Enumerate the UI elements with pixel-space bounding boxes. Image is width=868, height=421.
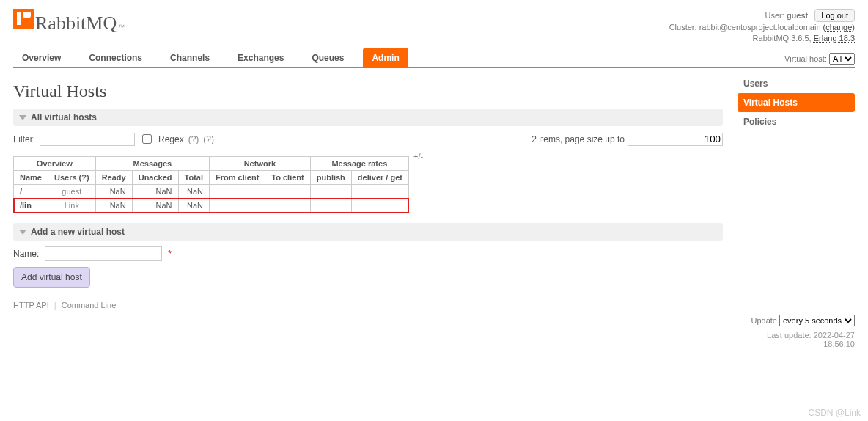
required-mark: * [168,249,172,259]
erlang-version-link[interactable]: Erlang 18.3 [814,34,855,43]
cell-deliverget [351,185,408,199]
cell-name[interactable]: /lin [14,199,48,213]
col-group-network: Network [210,157,311,171]
col-total[interactable]: Total [178,171,209,185]
items-count: 2 items, page size up to [532,134,625,144]
cell-users: Link [48,199,95,213]
regex-hint1[interactable]: (?) [188,134,199,144]
cell-users: guest [48,185,95,199]
cell-name[interactable]: / [14,185,48,199]
last-update-value: 2022-04-27 18:56:10 [814,331,855,348]
brand-text: RabbitMQ [35,12,117,34]
table-row[interactable]: /lin Link NaN NaN NaN [14,199,409,213]
col-publish[interactable]: publish [310,171,351,185]
chevron-down-icon [19,230,26,235]
col-ready[interactable]: Ready [95,171,132,185]
main-tabs: Overview Connections Channels Exchanges … [13,48,855,68]
columns-plus-minus[interactable]: +/- [409,152,423,161]
cluster-label: Cluster: [669,23,697,32]
tab-admin[interactable]: Admin [363,48,408,67]
section-add-vhost[interactable]: Add a new virtual host [13,223,723,241]
cell-fromclient [210,199,265,213]
cell-total: NaN [178,185,209,199]
vhost-selector: Virtual host: All [784,53,855,67]
sidebar-item-users[interactable]: Users [738,74,855,93]
sidebar-item-policies[interactable]: Policies [738,112,855,131]
regex-hint2[interactable]: (?) [203,134,214,144]
vhost-table: Overview Messages Network Message rates … [13,156,409,213]
cluster-name: rabbit@centosproject.localdomain [699,23,821,32]
cell-toclient [265,185,310,199]
filter-label: Filter: [13,134,35,144]
col-name[interactable]: Name [14,171,48,185]
update-label: Update [751,316,776,325]
section-add-vhost-label: Add a new virtual host [31,227,125,237]
cell-deliverget [351,199,408,213]
tab-channels[interactable]: Channels [161,48,218,67]
name-input[interactable] [45,246,162,261]
change-cluster-link[interactable]: (change) [823,23,855,32]
add-vhost-button[interactable]: Add virtual host [13,267,90,288]
cell-ready: NaN [95,199,132,213]
cell-fromclient [210,185,265,199]
regex-checkbox[interactable] [142,134,152,144]
tab-connections[interactable]: Connections [80,48,151,67]
cell-unacked: NaN [132,185,178,199]
col-deliverget[interactable]: deliver / get [351,171,408,185]
header-right: User: guest Log out Cluster: rabbit@cent… [669,9,855,45]
page-title: Virtual Hosts [13,81,723,101]
name-label: Name: [13,249,39,259]
version-text: RabbitMQ 3.6.5, [753,34,812,43]
page-size-input[interactable] [628,133,723,146]
command-line-link[interactable]: Command Line [62,301,117,310]
regex-label: Regex [158,134,184,144]
http-api-link[interactable]: HTTP API [13,301,49,310]
table-row[interactable]: / guest NaN NaN NaN [14,185,409,199]
user-label: User: [765,11,784,20]
col-fromclient[interactable]: From client [210,171,265,185]
col-group-rates: Message rates [310,157,408,171]
update-interval-select[interactable]: every 5 seconds [779,315,855,326]
vhost-label: Virtual host: [784,54,827,63]
cell-unacked: NaN [132,199,178,213]
tab-exchanges[interactable]: Exchanges [229,48,293,67]
logout-button[interactable]: Log out [814,9,855,22]
sidebar-item-vhosts[interactable]: Virtual Hosts [738,93,855,112]
cell-ready: NaN [95,185,132,199]
cell-publish [310,185,351,199]
filter-input[interactable] [40,133,135,146]
cell-toclient [265,199,310,213]
user-name: guest [787,11,808,20]
col-toclient[interactable]: To client [265,171,310,185]
tab-overview[interactable]: Overview [13,48,70,67]
chevron-down-icon [19,115,26,120]
section-all-vhosts-label: All virtual hosts [31,112,97,122]
col-group-overview: Overview [14,157,96,171]
trademark: ™ [118,23,125,31]
vhost-select[interactable]: All [829,53,855,65]
col-group-messages: Messages [95,157,209,171]
cell-publish [310,199,351,213]
col-unacked[interactable]: Unacked [132,171,178,185]
last-update-label: Last update: [767,331,812,340]
cell-total: NaN [178,199,209,213]
tab-queues[interactable]: Queues [303,48,353,67]
rabbitmq-icon [13,9,34,29]
section-all-vhosts[interactable]: All virtual hosts [13,109,723,126]
col-users[interactable]: Users (?) [48,171,95,185]
footer-sep: | [54,301,56,310]
